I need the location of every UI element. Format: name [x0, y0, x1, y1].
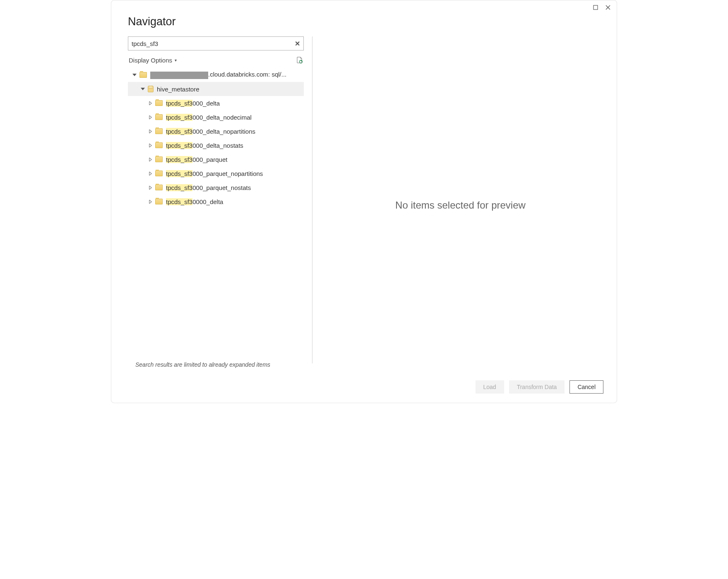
maximize-button[interactable] [592, 4, 599, 11]
tree-item[interactable]: tpcds_sf3000_delta [128, 96, 304, 110]
navigator-dialog: Navigator ✕ Display Options ▾ [111, 0, 617, 403]
folder-icon [139, 72, 147, 78]
left-pane: ✕ Display Options ▾ [128, 36, 304, 374]
display-options-dropdown[interactable]: Display Options ▾ [129, 57, 177, 64]
expand-icon[interactable] [148, 199, 153, 204]
load-button[interactable]: Load [476, 380, 504, 394]
tree-item[interactable]: tpcds_sf3000_delta_nostats [128, 138, 304, 152]
svg-marker-6 [149, 101, 151, 105]
folder-icon [155, 100, 163, 106]
tree-item[interactable]: tpcds_sf3000_parquet_nostats [128, 180, 304, 195]
refresh-icon[interactable] [296, 56, 303, 64]
redacted-host [150, 72, 208, 79]
tree-item[interactable]: tpcds_sf3000_delta_nodecimal [128, 110, 304, 124]
folder-icon [155, 142, 163, 148]
button-bar: Load Transform Data Cancel [111, 374, 617, 403]
preview-pane: No items selected for preview [321, 36, 600, 374]
svg-marker-8 [149, 130, 151, 133]
svg-marker-4 [132, 74, 137, 76]
tree-item[interactable]: tpcds_sf3000_parquet [128, 152, 304, 166]
tree-root[interactable]: .cloud.databricks.com: sql/... [128, 68, 304, 82]
tree-item-label: tpcds_sf3000_delta_nopartitions [166, 128, 255, 135]
folder-icon [155, 156, 163, 162]
pane-divider [312, 36, 312, 363]
clear-search-icon[interactable]: ✕ [295, 40, 300, 48]
cancel-button[interactable]: Cancel [569, 380, 603, 394]
tree-item[interactable]: tpcds_sf30000_delta [128, 195, 304, 209]
tree-item[interactable]: tpcds_sf3000_delta_nopartitions [128, 124, 304, 138]
tree[interactable]: .cloud.databricks.com: sql/... hive_meta… [128, 68, 304, 357]
svg-marker-5 [141, 88, 145, 90]
svg-rect-0 [593, 5, 598, 10]
tree-item-label: tpcds_sf3000_delta [166, 100, 220, 107]
tree-item-label: tpcds_sf3000_delta_nodecimal [166, 114, 252, 121]
tree-item-label: tpcds_sf30000_delta [166, 198, 223, 205]
svg-marker-7 [149, 115, 151, 119]
expand-icon[interactable] [148, 143, 153, 148]
search-box[interactable]: ✕ [128, 36, 304, 50]
tree-item-label: tpcds_sf3000_parquet_nostats [166, 184, 251, 191]
expand-icon[interactable] [148, 157, 153, 162]
collapse-icon[interactable] [140, 86, 145, 91]
expand-icon[interactable] [148, 171, 153, 176]
chevron-down-icon: ▾ [175, 58, 177, 62]
tree-metastore[interactable]: hive_metastore [128, 82, 304, 96]
search-input[interactable] [132, 40, 295, 47]
preview-empty-message: No items selected for preview [395, 199, 526, 211]
expand-icon[interactable] [148, 115, 153, 120]
root-label: .cloud.databricks.com: sql/... [150, 71, 286, 79]
close-button[interactable] [604, 4, 612, 11]
collapse-icon[interactable] [132, 72, 137, 77]
svg-marker-12 [149, 186, 151, 190]
svg-marker-11 [149, 172, 151, 175]
svg-marker-13 [149, 200, 151, 204]
folder-icon [155, 128, 163, 134]
svg-marker-9 [149, 144, 151, 147]
expand-icon[interactable] [148, 185, 153, 190]
dialog-title: Navigator [111, 11, 617, 36]
tree-item-label: tpcds_sf3000_delta_nostats [166, 142, 243, 149]
folder-icon [155, 199, 163, 204]
expand-icon[interactable] [148, 101, 153, 106]
database-icon [148, 86, 154, 92]
transform-data-button[interactable]: Transform Data [509, 380, 565, 394]
titlebar [111, 0, 617, 11]
tree-item[interactable]: tpcds_sf3000_parquet_nopartitions [128, 166, 304, 180]
folder-icon [155, 171, 163, 176]
folder-icon [155, 114, 163, 120]
metastore-label: hive_metastore [157, 86, 199, 93]
tree-item-label: tpcds_sf3000_parquet_nopartitions [166, 170, 263, 177]
svg-marker-10 [149, 158, 151, 161]
search-limit-note: Search results are limited to already ex… [128, 357, 304, 374]
display-options-label: Display Options [129, 57, 172, 64]
expand-icon[interactable] [148, 129, 153, 134]
folder-icon [155, 185, 163, 190]
tree-item-label: tpcds_sf3000_parquet [166, 156, 227, 163]
